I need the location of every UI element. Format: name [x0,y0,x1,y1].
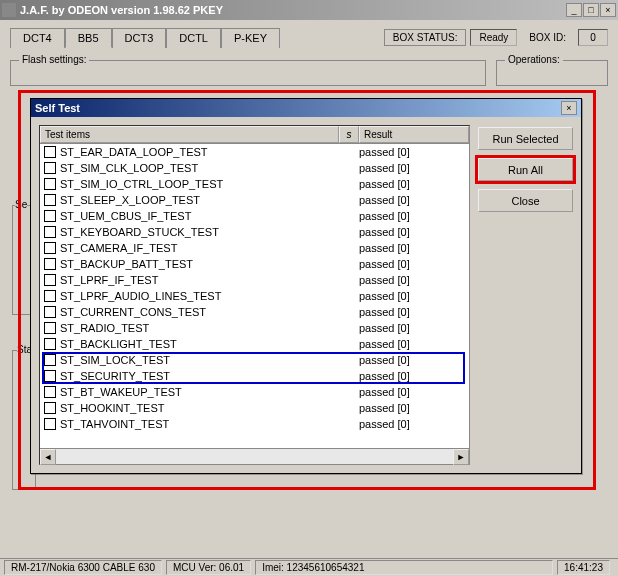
checkbox-icon[interactable] [44,274,56,286]
app-icon [2,3,16,17]
test-row[interactable]: ST_SLEEP_X_LOOP_TESTpassed [0] [40,192,469,208]
test-result: passed [0] [359,386,469,398]
tab-dct4[interactable]: DCT4 [10,28,65,48]
test-result: passed [0] [359,178,469,190]
boxid-value: 0 [578,29,608,46]
test-result: passed [0] [359,354,469,366]
horizontal-scrollbar[interactable]: ◄ ► [40,448,469,464]
test-result: passed [0] [359,194,469,206]
test-name: ST_SIM_CLK_LOOP_TEST [60,162,339,174]
checkbox-icon[interactable] [44,242,56,254]
dialog-titlebar[interactable]: Self Test × [31,99,581,117]
test-name: ST_UEM_CBUS_IF_TEST [60,210,339,222]
checkbox-icon[interactable] [44,402,56,414]
test-result: passed [0] [359,258,469,270]
test-name: ST_SIM_LOCK_TEST [60,354,339,366]
test-row[interactable]: ST_SIM_LOCK_TESTpassed [0] [40,352,469,368]
boxstatus-value: Ready [470,29,517,46]
scroll-right-icon[interactable]: ► [453,449,469,465]
maximize-button[interactable]: □ [583,3,599,17]
test-list[interactable]: Test items s Result ST_EAR_DATA_LOOP_TES… [39,125,470,465]
minimize-button[interactable]: _ [566,3,582,17]
test-result: passed [0] [359,274,469,286]
operations-group: Operations: [496,60,608,86]
test-name: ST_SIM_IO_CTRL_LOOP_TEST [60,178,339,190]
test-result: passed [0] [359,210,469,222]
test-row[interactable]: ST_BACKLIGHT_TESTpassed [0] [40,336,469,352]
flash-settings-group: Flash settings: [10,60,486,86]
test-result: passed [0] [359,290,469,302]
run-all-button[interactable]: Run All [478,158,573,181]
test-row[interactable]: ST_BT_WAKEUP_TESTpassed [0] [40,384,469,400]
test-result: passed [0] [359,162,469,174]
run-selected-button[interactable]: Run Selected [478,127,573,150]
test-name: ST_SECURITY_TEST [60,370,339,382]
test-result: passed [0] [359,418,469,430]
checkbox-icon[interactable] [44,418,56,430]
test-row[interactable]: ST_LPRF_AUDIO_LINES_TESTpassed [0] [40,288,469,304]
test-result: passed [0] [359,146,469,158]
col-header-s[interactable]: s [339,126,359,143]
boxid-label: BOX ID: [521,30,574,45]
checkbox-icon[interactable] [44,146,56,158]
test-result: passed [0] [359,226,469,238]
tab-dctl[interactable]: DCTL [166,28,221,48]
test-name: ST_CURRENT_CONS_TEST [60,306,339,318]
test-row[interactable]: ST_KEYBOARD_STUCK_TESTpassed [0] [40,224,469,240]
test-row[interactable]: ST_UEM_CBUS_IF_TESTpassed [0] [40,208,469,224]
test-result: passed [0] [359,370,469,382]
test-row[interactable]: ST_SECURITY_TESTpassed [0] [40,368,469,384]
close-button[interactable]: × [600,3,616,17]
test-row[interactable]: ST_BACKUP_BATT_TESTpassed [0] [40,256,469,272]
window-title: J.A.F. by ODEON version 1.98.62 PKEY [20,4,566,16]
test-row[interactable]: ST_CURRENT_CONS_TESTpassed [0] [40,304,469,320]
statusbar: RM-217/Nokia 6300 CABLE 630 MCU Ver: 06.… [0,558,618,576]
test-row[interactable]: ST_TAHVOINT_TESTpassed [0] [40,416,469,432]
test-name: ST_HOOKINT_TEST [60,402,339,414]
status-imei: Imei: 12345610654321 [255,560,553,575]
test-result: passed [0] [359,306,469,318]
test-row[interactable]: ST_HOOKINT_TESTpassed [0] [40,400,469,416]
flash-settings-label: Flash settings: [19,54,89,65]
test-name: ST_SLEEP_X_LOOP_TEST [60,194,339,206]
main-titlebar: J.A.F. by ODEON version 1.98.62 PKEY _ □… [0,0,618,20]
scroll-left-icon[interactable]: ◄ [40,449,56,465]
checkbox-icon[interactable] [44,370,56,382]
checkbox-icon[interactable] [44,194,56,206]
checkbox-icon[interactable] [44,226,56,238]
test-row[interactable]: ST_CAMERA_IF_TESTpassed [0] [40,240,469,256]
checkbox-icon[interactable] [44,258,56,270]
test-row[interactable]: ST_SIM_CLK_LOOP_TESTpassed [0] [40,160,469,176]
tab-row: DCT4BB5DCT3DCTLP-KEY BOX STATUS: Ready B… [0,20,618,54]
test-name: ST_LPRF_IF_TEST [60,274,339,286]
checkbox-icon[interactable] [44,162,56,174]
status-time: 16:41:23 [557,560,610,575]
checkbox-icon[interactable] [44,306,56,318]
checkbox-icon[interactable] [44,354,56,366]
dialog-close-button[interactable]: × [561,101,577,115]
tab-bb5[interactable]: BB5 [65,28,112,48]
dialog-title: Self Test [35,102,561,114]
test-row[interactable]: ST_LPRF_IF_TESTpassed [0] [40,272,469,288]
col-header-result[interactable]: Result [359,126,469,143]
checkbox-icon[interactable] [44,386,56,398]
checkbox-icon[interactable] [44,290,56,302]
operations-label: Operations: [505,54,563,65]
test-name: ST_RADIO_TEST [60,322,339,334]
test-name: ST_CAMERA_IF_TEST [60,242,339,254]
test-name: ST_TAHVOINT_TEST [60,418,339,430]
close-dialog-button[interactable]: Close [478,189,573,212]
tab-p-key[interactable]: P-KEY [221,28,280,48]
test-row[interactable]: ST_RADIO_TESTpassed [0] [40,320,469,336]
test-name: ST_EAR_DATA_LOOP_TEST [60,146,339,158]
col-header-test[interactable]: Test items [40,126,339,143]
checkbox-icon[interactable] [44,322,56,334]
test-name: ST_BT_WAKEUP_TEST [60,386,339,398]
checkbox-icon[interactable] [44,338,56,350]
checkbox-icon[interactable] [44,178,56,190]
tab-dct3[interactable]: DCT3 [112,28,167,48]
test-name: ST_BACKUP_BATT_TEST [60,258,339,270]
test-row[interactable]: ST_SIM_IO_CTRL_LOOP_TESTpassed [0] [40,176,469,192]
checkbox-icon[interactable] [44,210,56,222]
test-row[interactable]: ST_EAR_DATA_LOOP_TESTpassed [0] [40,144,469,160]
